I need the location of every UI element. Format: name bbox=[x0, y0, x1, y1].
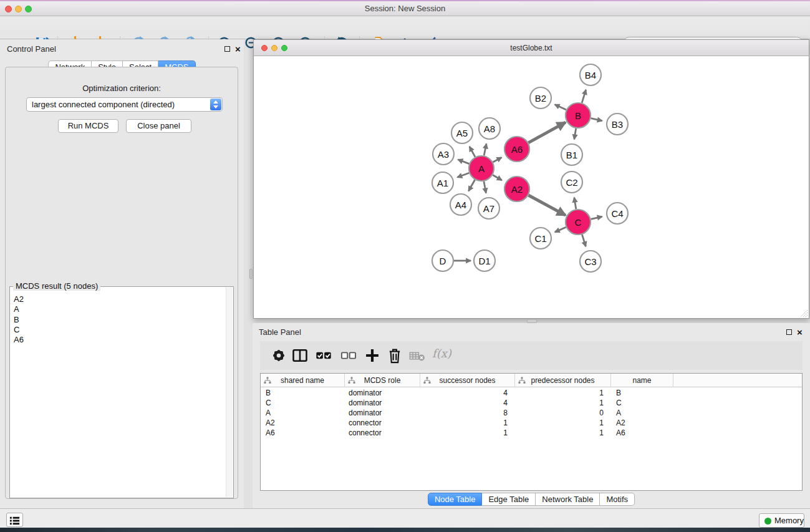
column-header-successor-nodes[interactable]: successor nodes bbox=[420, 374, 515, 387]
table-row[interactable]: A6connector11A6 bbox=[261, 428, 802, 438]
table-body: Bdominator41BCdominator41CAdominator80AA… bbox=[261, 388, 802, 438]
edge-A-A3[interactable] bbox=[458, 160, 469, 164]
control-panel-title: Control Panel bbox=[7, 44, 56, 54]
column-header-name[interactable]: name bbox=[611, 374, 673, 387]
edge-B-B1[interactable] bbox=[574, 128, 576, 140]
task-history-button[interactable] bbox=[6, 513, 23, 527]
network-graph[interactable]: B4B2BB3A5A8A6B1A3AC2A1A2A4A7C4CC1C3DD1 bbox=[254, 57, 809, 318]
tab-network-table[interactable]: Network Table bbox=[536, 493, 600, 506]
table-cell[interactable]: A bbox=[261, 408, 345, 418]
table-cell[interactable]: 1 bbox=[515, 388, 611, 398]
control-panel: Control Panel × NetworkStyleSelectMCDS O… bbox=[0, 39, 244, 508]
table-cell[interactable]: connector bbox=[345, 428, 420, 438]
memory-label: Memory bbox=[774, 516, 804, 525]
table-cell[interactable]: C bbox=[611, 398, 673, 408]
settings-icon[interactable] bbox=[270, 347, 287, 364]
node-table[interactable]: shared nameMCDS rolesuccessor nodesprede… bbox=[260, 373, 803, 491]
table-cell[interactable]: 4 bbox=[420, 398, 515, 408]
edge-A-A1[interactable] bbox=[457, 173, 469, 177]
table-panel-title: Table Panel bbox=[259, 327, 301, 337]
node-label-B3: B3 bbox=[612, 119, 623, 130]
select-all-icon[interactable] bbox=[315, 347, 332, 364]
mcds-result-item[interactable]: C bbox=[11, 325, 224, 335]
edge-A-A6[interactable] bbox=[493, 157, 501, 162]
memory-button[interactable]: Memory bbox=[759, 513, 804, 528]
table-cell[interactable]: dominator bbox=[345, 408, 420, 418]
close-panel-button[interactable]: Close panel bbox=[126, 119, 191, 133]
edge-A-A8[interactable] bbox=[484, 144, 486, 156]
close-table-panel-icon[interactable]: × bbox=[797, 329, 803, 336]
dropdown-stepper-icon bbox=[210, 99, 221, 110]
float-panel-icon[interactable] bbox=[224, 46, 230, 52]
mcds-result-item[interactable]: A bbox=[11, 304, 224, 314]
edge-A-A5[interactable] bbox=[470, 147, 475, 157]
vertical-splitter-handle[interactable] bbox=[249, 269, 253, 279]
table-cell[interactable]: dominator bbox=[345, 388, 420, 398]
edge-C-C3[interactable] bbox=[582, 235, 586, 246]
run-mcds-button[interactable]: Run MCDS bbox=[58, 119, 118, 133]
result-list-scrollbar[interactable] bbox=[226, 288, 233, 497]
edge-B-B4[interactable] bbox=[582, 90, 586, 103]
mcds-result-item[interactable]: A2 bbox=[11, 294, 224, 304]
function-builder-icon[interactable]: f(x) bbox=[432, 347, 451, 360]
table-cell[interactable]: C bbox=[261, 398, 345, 408]
split-view-icon[interactable] bbox=[291, 347, 309, 364]
table-cell[interactable]: A bbox=[611, 408, 673, 418]
shared-attribute-icon bbox=[348, 377, 355, 384]
window-title: Session: New Session bbox=[0, 4, 810, 13]
table-cell[interactable]: A2 bbox=[261, 418, 345, 428]
edge-C-C4[interactable] bbox=[591, 216, 602, 219]
table-cell[interactable]: 1 bbox=[515, 398, 611, 408]
table-cell[interactable]: 1 bbox=[515, 418, 611, 428]
edge-B-B2[interactable] bbox=[555, 105, 566, 110]
table-cell[interactable]: 8 bbox=[420, 408, 515, 418]
edge-B-B3[interactable] bbox=[591, 118, 602, 121]
network-canvas[interactable]: B4B2BB3A5A8A6B1A3AC2A1A2A4A7C4CC1C3DD1 bbox=[254, 57, 809, 318]
status-bar: Memory bbox=[0, 508, 810, 528]
main-toolbar bbox=[0, 16, 810, 39]
column-header-MCDS-role[interactable]: MCDS role bbox=[345, 374, 420, 387]
edge-A-A7[interactable] bbox=[484, 181, 486, 193]
table-cell[interactable]: 0 bbox=[515, 408, 611, 418]
edge-A-A4[interactable] bbox=[468, 180, 475, 191]
node-label-A: A bbox=[478, 163, 485, 174]
tab-motifs[interactable]: Motifs bbox=[600, 493, 635, 506]
table-cell[interactable]: 1 bbox=[515, 428, 611, 438]
table-row[interactable]: A2connector11A2 bbox=[261, 418, 802, 428]
close-panel-icon[interactable]: × bbox=[235, 46, 241, 53]
delete-table-icon[interactable] bbox=[408, 347, 426, 364]
deselect-all-icon[interactable] bbox=[340, 347, 357, 364]
add-column-icon[interactable] bbox=[364, 347, 381, 364]
edge-A6-B[interactable] bbox=[528, 122, 566, 143]
table-row[interactable]: Adominator80A bbox=[261, 408, 802, 418]
tab-edge-table[interactable]: Edge Table bbox=[482, 493, 536, 506]
edge-C-C1[interactable] bbox=[555, 227, 566, 232]
table-cell[interactable]: 1 bbox=[420, 418, 515, 428]
criterion-dropdown[interactable]: largest connected component (directed) bbox=[26, 97, 223, 112]
edge-A-A2[interactable] bbox=[493, 175, 502, 181]
edge-C-C2[interactable] bbox=[574, 198, 576, 210]
mcds-result-item[interactable]: B bbox=[11, 315, 224, 325]
table-cell[interactable]: connector bbox=[345, 418, 420, 428]
column-header-shared-name[interactable]: shared name bbox=[261, 374, 345, 387]
table-cell[interactable]: A6 bbox=[261, 428, 345, 438]
table-row[interactable]: Cdominator41C bbox=[261, 398, 802, 408]
table-cell[interactable]: 4 bbox=[420, 388, 515, 398]
table-cell[interactable]: dominator bbox=[345, 398, 420, 408]
resize-grip-icon[interactable] bbox=[799, 309, 808, 317]
table-cell[interactable]: A6 bbox=[611, 428, 673, 438]
table-cell[interactable]: A2 bbox=[611, 418, 673, 428]
float-table-panel-icon[interactable] bbox=[786, 329, 792, 335]
delete-icon[interactable] bbox=[386, 347, 403, 364]
table-panel-tabbar: Node TableEdge TableNetwork TableMotifs bbox=[253, 493, 810, 506]
tab-node-table[interactable]: Node Table bbox=[428, 493, 483, 506]
column-header-predecessor-nodes[interactable]: predecessor nodes bbox=[515, 374, 611, 387]
table-row[interactable]: Bdominator41B bbox=[261, 388, 802, 398]
mcds-result-box: MCDS result (5 nodes) A2ABCA6 bbox=[9, 286, 234, 498]
table-cell[interactable]: B bbox=[261, 388, 345, 398]
shared-attribute-icon bbox=[518, 377, 526, 384]
table-cell[interactable]: B bbox=[611, 388, 673, 398]
table-cell[interactable]: 1 bbox=[420, 428, 515, 438]
edge-A2-C[interactable] bbox=[529, 195, 566, 215]
mcds-result-item[interactable]: A6 bbox=[11, 335, 224, 345]
